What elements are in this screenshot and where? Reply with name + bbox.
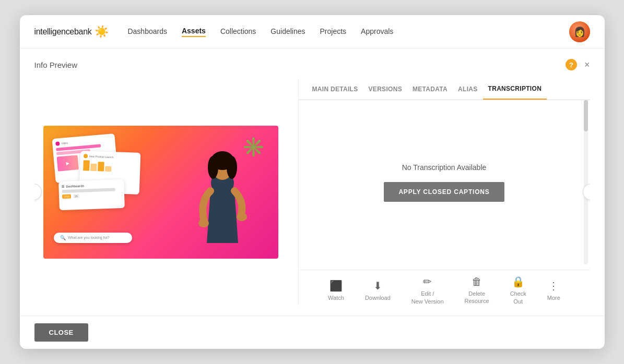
tab-transcription[interactable]: TRANSCRIPTION [483,79,547,100]
asset-image-area: Video ▶ New Product Launch [34,79,288,305]
info-bar-actions: ? × [566,59,590,70]
toolbar-more[interactable]: ⋮ More [547,280,560,301]
checkout-label: Check Out [510,290,526,305]
search-placeholder-text: What are you looking for? [68,236,110,239]
scrollbar-track[interactable] [584,100,588,264]
svg-point-6 [237,213,247,221]
avatar-image: 👩 [569,21,590,42]
nav-approvals[interactable]: Approvals [361,27,393,37]
tab-metadata[interactable]: METADATA [407,79,453,99]
nav-dashboards[interactable]: Dashboards [127,27,167,37]
more-icon: ⋮ [548,280,559,292]
info-bar: Info Preview ? × [34,59,590,70]
app-window: intelligencebank ☀️ Dashboards Assets Co… [20,15,605,349]
watch-label: Watch [328,294,344,301]
logo-sun-icon: ☀️ [95,25,109,39]
watch-icon: ⬛ [329,280,343,292]
nav-guidelines[interactable]: Guidelines [270,27,305,37]
right-panel-inner: No Transcription Available APPLY CLOSED … [299,100,590,264]
woman-figure-svg [182,139,263,259]
nav-collections[interactable]: Collections [220,27,256,37]
toolbar-checkout[interactable]: 🔒 Check Out [510,275,526,305]
logo: intelligencebank ☀️ [34,25,109,39]
tab-versions[interactable]: VERSIONS [363,79,407,99]
download-label: Download [365,294,391,301]
asset-thumbnail: Video ▶ New Product Launch [43,126,278,259]
search-bar-overlay: 🔍 What are you looking for? [54,233,132,243]
transcription-tab-content: No Transcription Available APPLY CLOSED … [299,100,590,264]
toolbar-download[interactable]: ⬇ Download [365,280,391,301]
close-button[interactable]: CLOSE [34,323,88,342]
dialog-title: Info Preview [34,60,78,69]
tab-alias[interactable]: ALIAS [453,79,483,99]
nav-projects[interactable]: Projects [320,27,347,37]
toolbar-watch[interactable]: ⬛ Watch [328,280,344,301]
nav-links: Dashboards Assets Collections Guidelines… [127,27,569,37]
more-label: More [547,294,560,301]
svg-point-4 [227,156,237,179]
user-avatar[interactable]: 👩 [569,21,590,42]
logo-text: intelligencebank [34,27,92,37]
right-panel: MAIN DETAILS VERSIONS METADATA ALIAS TRA… [298,79,590,305]
asset-toolbar: ⬛ Watch ⬇ Download ✏ Edit / New Version … [299,270,590,305]
toolbar-edit[interactable]: ✏ Edit / New Version [411,275,444,305]
close-x-button[interactable]: × [584,60,590,69]
help-button[interactable]: ? [566,59,577,70]
no-transcription-message: No Transcription Available [402,163,487,172]
apply-closed-captions-button[interactable]: APPLY CLOSED CAPTIONS [384,182,504,202]
tabs-container: MAIN DETAILS VERSIONS METADATA ALIAS TRA… [299,79,590,100]
toolbar-delete[interactable]: 🗑 Delete Resource [465,276,489,305]
svg-point-3 [208,156,218,179]
download-icon: ⬇ [373,280,382,292]
main-panel: ‹ Video ▶ [34,79,590,305]
edit-label: Edit / New Version [411,290,444,305]
top-nav: intelligencebank ☀️ Dashboards Assets Co… [20,15,605,48]
tab-main-details[interactable]: MAIN DETAILS [307,79,363,99]
edit-icon: ✏ [423,275,432,288]
scrollbar-thumb [584,100,588,131]
dashboard-cards-overlay: Video ▶ New Product Launch [49,136,153,220]
nav-assets[interactable]: Assets [182,27,206,37]
content-area: Info Preview ? × ‹ [20,48,605,316]
card-3: ☰ Dashboards 1010 25 [58,179,125,210]
svg-point-5 [198,219,209,227]
delete-icon: 🗑 [472,276,482,288]
delete-label: Delete Resource [465,290,489,305]
checkout-icon: 🔒 [512,275,525,288]
bottom-bar: CLOSE [20,316,605,349]
